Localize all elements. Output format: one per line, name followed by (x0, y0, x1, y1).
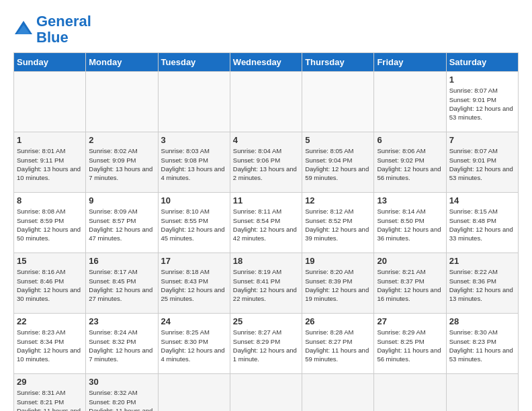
day-number: 13 (377, 195, 443, 205)
calendar-cell: 7Sunrise: 8:07 AMSunset: 9:01 PMDaylight… (446, 132, 518, 193)
calendar-cell (446, 374, 518, 411)
week-row-5: 29Sunrise: 8:31 AMSunset: 8:21 PMDayligh… (14, 374, 519, 411)
calendar-cell: 1Sunrise: 8:01 AMSunset: 9:11 PMDaylight… (14, 132, 86, 193)
day-number: 8 (17, 195, 83, 205)
day-info: Sunrise: 8:31 AMSunset: 8:21 PMDaylight:… (17, 388, 83, 411)
day-info: Sunrise: 8:18 AMSunset: 8:43 PMDaylight:… (161, 267, 227, 303)
day-number: 1 (449, 75, 515, 85)
calendar-cell (14, 72, 86, 132)
calendar-cell: 26Sunrise: 8:28 AMSunset: 8:27 PMDayligh… (302, 314, 374, 374)
day-info: Sunrise: 8:16 AMSunset: 8:46 PMDaylight:… (17, 267, 83, 303)
logo-icon (13, 19, 34, 40)
day-info: Sunrise: 8:04 AMSunset: 9:06 PMDaylight:… (233, 146, 299, 182)
day-info: Sunrise: 8:22 AMSunset: 8:36 PMDaylight:… (449, 267, 515, 303)
day-info: Sunrise: 8:23 AMSunset: 8:34 PMDaylight:… (17, 328, 83, 363)
day-number: 28 (449, 316, 515, 326)
day-info: Sunrise: 8:08 AMSunset: 8:59 PMDaylight:… (17, 207, 83, 242)
day-info: Sunrise: 8:10 AMSunset: 8:55 PMDaylight:… (161, 207, 227, 242)
calendar-cell: 15Sunrise: 8:16 AMSunset: 8:46 PMDayligh… (14, 253, 86, 314)
day-number: 30 (89, 377, 154, 387)
calendar-cell: 14Sunrise: 8:15 AMSunset: 8:48 PMDayligh… (446, 193, 518, 253)
day-number: 20 (377, 256, 443, 266)
day-number: 17 (161, 256, 227, 266)
day-info: Sunrise: 8:25 AMSunset: 8:30 PMDaylight:… (161, 328, 227, 363)
header-day-wednesday: Wednesday (230, 53, 302, 72)
day-info: Sunrise: 8:09 AMSunset: 8:57 PMDaylight:… (89, 207, 154, 242)
calendar-cell: 18Sunrise: 8:19 AMSunset: 8:41 PMDayligh… (230, 253, 302, 314)
calendar-cell (374, 374, 446, 411)
calendar-cell: 21Sunrise: 8:22 AMSunset: 8:36 PMDayligh… (446, 253, 518, 314)
calendar-cell (374, 72, 446, 132)
header-day-monday: Monday (86, 53, 158, 72)
day-info: Sunrise: 8:19 AMSunset: 8:41 PMDaylight:… (233, 267, 299, 303)
day-info: Sunrise: 8:21 AMSunset: 8:37 PMDaylight:… (377, 267, 443, 303)
day-info: Sunrise: 8:27 AMSunset: 8:29 PMDaylight:… (233, 328, 299, 363)
header-day-friday: Friday (374, 53, 446, 72)
day-info: Sunrise: 8:32 AMSunset: 8:20 PMDaylight:… (89, 388, 154, 411)
day-number: 29 (17, 377, 83, 387)
day-info: Sunrise: 8:11 AMSunset: 8:54 PMDaylight:… (233, 207, 299, 242)
header-day-saturday: Saturday (446, 53, 518, 72)
day-info: Sunrise: 8:05 AMSunset: 9:04 PMDaylight:… (305, 146, 371, 182)
calendar-cell: 12Sunrise: 8:12 AMSunset: 8:52 PMDayligh… (302, 193, 374, 253)
calendar-cell: 11Sunrise: 8:11 AMSunset: 8:54 PMDayligh… (230, 193, 302, 253)
calendar-cell: 2Sunrise: 8:02 AMSunset: 9:09 PMDaylight… (86, 132, 158, 193)
week-row-3: 15Sunrise: 8:16 AMSunset: 8:46 PMDayligh… (14, 253, 519, 314)
calendar-cell: 19Sunrise: 8:20 AMSunset: 8:39 PMDayligh… (302, 253, 374, 314)
logo-text: General Blue (36, 13, 91, 46)
day-number: 14 (449, 195, 515, 205)
calendar-cell: 28Sunrise: 8:30 AMSunset: 8:23 PMDayligh… (446, 314, 518, 374)
calendar-cell: 13Sunrise: 8:14 AMSunset: 8:50 PMDayligh… (374, 193, 446, 253)
day-number: 11 (233, 195, 299, 205)
day-number: 24 (161, 316, 227, 326)
calendar-cell (302, 374, 374, 411)
header-day-tuesday: Tuesday (158, 53, 230, 72)
day-number: 2 (89, 135, 154, 145)
day-number: 10 (161, 195, 227, 205)
day-number: 21 (449, 256, 515, 266)
day-info: Sunrise: 8:28 AMSunset: 8:27 PMDaylight:… (305, 328, 371, 363)
day-number: 25 (233, 316, 299, 326)
day-number: 5 (305, 135, 371, 145)
calendar-cell: 29Sunrise: 8:31 AMSunset: 8:21 PMDayligh… (14, 374, 86, 411)
calendar-cell: 5Sunrise: 8:05 AMSunset: 9:04 PMDaylight… (302, 132, 374, 193)
calendar-table: SundayMondayTuesdayWednesdayThursdayFrid… (13, 52, 519, 411)
day-info: Sunrise: 8:06 AMSunset: 9:02 PMDaylight:… (377, 146, 443, 182)
calendar-cell: 20Sunrise: 8:21 AMSunset: 8:37 PMDayligh… (374, 253, 446, 314)
calendar-cell: 17Sunrise: 8:18 AMSunset: 8:43 PMDayligh… (158, 253, 230, 314)
header-row: SundayMondayTuesdayWednesdayThursdayFrid… (14, 53, 519, 72)
day-number: 6 (377, 135, 443, 145)
calendar-cell: 9Sunrise: 8:09 AMSunset: 8:57 PMDaylight… (86, 193, 158, 253)
calendar-cell: 16Sunrise: 8:17 AMSunset: 8:45 PMDayligh… (86, 253, 158, 314)
day-number: 19 (305, 256, 371, 266)
calendar-cell: 24Sunrise: 8:25 AMSunset: 8:30 PMDayligh… (158, 314, 230, 374)
day-info: Sunrise: 8:15 AMSunset: 8:48 PMDaylight:… (449, 207, 515, 242)
day-info: Sunrise: 8:01 AMSunset: 9:11 PMDaylight:… (17, 146, 83, 182)
calendar-cell: 3Sunrise: 8:03 AMSunset: 9:08 PMDaylight… (158, 132, 230, 193)
header-day-thursday: Thursday (302, 53, 374, 72)
day-info: Sunrise: 8:20 AMSunset: 8:39 PMDaylight:… (305, 267, 371, 303)
header-day-sunday: Sunday (14, 53, 86, 72)
week-row-0: 1Sunrise: 8:07 AMSunset: 9:01 PMDaylight… (14, 72, 519, 132)
day-info: Sunrise: 8:07 AMSunset: 9:01 PMDaylight:… (449, 146, 515, 182)
calendar-cell (158, 72, 230, 132)
calendar-cell: 25Sunrise: 8:27 AMSunset: 8:29 PMDayligh… (230, 314, 302, 374)
calendar-cell (86, 72, 158, 132)
calendar-header: SundayMondayTuesdayWednesdayThursdayFrid… (14, 53, 519, 72)
calendar-cell: 22Sunrise: 8:23 AMSunset: 8:34 PMDayligh… (14, 314, 86, 374)
day-number: 23 (89, 316, 154, 326)
day-number: 3 (161, 135, 227, 145)
day-number: 9 (89, 195, 154, 205)
calendar-cell: 23Sunrise: 8:24 AMSunset: 8:32 PMDayligh… (86, 314, 158, 374)
day-number: 7 (449, 135, 515, 145)
day-info: Sunrise: 8:03 AMSunset: 9:08 PMDaylight:… (161, 146, 227, 182)
day-number: 12 (305, 195, 371, 205)
week-row-1: 1Sunrise: 8:01 AMSunset: 9:11 PMDaylight… (14, 132, 519, 193)
calendar-cell (302, 72, 374, 132)
calendar-cell: 4Sunrise: 8:04 AMSunset: 9:06 PMDaylight… (230, 132, 302, 193)
day-number: 1 (17, 135, 83, 145)
calendar-cell: 27Sunrise: 8:29 AMSunset: 8:25 PMDayligh… (374, 314, 446, 374)
week-row-2: 8Sunrise: 8:08 AMSunset: 8:59 PMDaylight… (14, 193, 519, 253)
calendar-cell: 10Sunrise: 8:10 AMSunset: 8:55 PMDayligh… (158, 193, 230, 253)
calendar-cell: 8Sunrise: 8:08 AMSunset: 8:59 PMDaylight… (14, 193, 86, 253)
